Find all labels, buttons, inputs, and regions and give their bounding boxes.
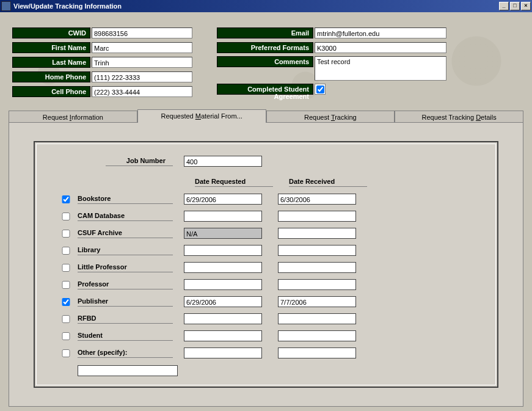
tab-requested-material-from[interactable]: Requested Material From...	[137, 109, 266, 123]
source-row: Bookstore	[59, 191, 473, 208]
source-label: RFBD	[78, 315, 173, 324]
date-requested-field[interactable]	[184, 330, 262, 341]
maximize-button[interactable]: □	[510, 2, 520, 10]
date-requested-field[interactable]	[184, 262, 262, 273]
source-checkbox[interactable]	[62, 332, 70, 340]
date-received-field[interactable]	[278, 245, 356, 256]
last-name-field[interactable]	[92, 57, 192, 68]
source-row: CSUF Archive	[59, 225, 473, 242]
source-label: Publisher	[78, 297, 173, 307]
source-checkbox[interactable]	[62, 230, 70, 238]
email-field[interactable]	[315, 27, 446, 38]
date-received-field[interactable]	[278, 262, 356, 273]
source-checkbox[interactable]	[62, 281, 70, 289]
source-checkbox[interactable]	[62, 264, 70, 272]
source-checkbox[interactable]	[62, 349, 70, 357]
source-row: Publisher	[59, 293, 473, 310]
tab-panel: Job Number Date Requested Date Received …	[9, 122, 523, 407]
tab-request-tracking-details[interactable]: Request Tracking Details	[395, 111, 523, 123]
date-requested-header: Date Requested	[195, 178, 273, 187]
date-requested-field[interactable]	[184, 296, 262, 307]
source-label: Professor	[78, 280, 173, 289]
source-checkbox[interactable]	[62, 195, 70, 203]
first-name-label: First Name	[12, 42, 90, 53]
cell-phone-label: Cell Phone	[12, 86, 90, 97]
date-received-header: Date Received	[289, 178, 367, 187]
app-icon	[1, 1, 11, 11]
home-phone-label: Home Phone	[12, 71, 90, 82]
panel-inner: Job Number Date Requested Date Received …	[34, 141, 498, 388]
source-row: Library	[59, 242, 473, 259]
date-received-field[interactable]	[278, 194, 356, 205]
date-requested-field[interactable]	[184, 194, 262, 205]
completed-agreement-label: Completed Student Agreement	[217, 84, 313, 95]
cwid-label: CWID	[12, 27, 90, 38]
source-row: Professor	[59, 276, 473, 293]
minimize-button[interactable]: _	[499, 2, 509, 10]
job-number-label: Job Number	[106, 157, 173, 166]
home-phone-field[interactable]	[92, 71, 192, 82]
window-title: View/Update Tracking Information	[13, 2, 498, 10]
client-area: CWID First Name Last Name Home Phone Cel…	[0, 12, 532, 411]
preferred-formats-label: Preferred Formats	[217, 42, 313, 53]
last-name-label: Last Name	[12, 57, 90, 68]
date-received-field[interactable]	[278, 347, 356, 358]
source-row: Student	[59, 327, 473, 344]
other-specify-field[interactable]	[78, 365, 178, 376]
date-requested-field[interactable]	[184, 211, 262, 222]
job-number-field[interactable]	[184, 156, 262, 167]
source-label: CSUF Archive	[78, 229, 173, 238]
source-label: Little Professor	[78, 263, 173, 272]
source-label: Other (specify):	[78, 349, 173, 358]
date-requested-field	[184, 228, 262, 239]
preferred-formats-field[interactable]	[315, 42, 446, 53]
close-button[interactable]: ×	[521, 2, 531, 10]
source-label: Bookstore	[78, 195, 173, 204]
source-checkbox[interactable]	[62, 298, 70, 306]
first-name-field[interactable]	[92, 42, 192, 53]
email-label: Email	[217, 27, 313, 38]
date-received-field[interactable]	[278, 313, 356, 324]
source-row: CAM Database	[59, 208, 473, 225]
date-requested-field[interactable]	[184, 313, 262, 324]
source-checkbox[interactable]	[62, 247, 70, 255]
source-label: Library	[78, 246, 173, 255]
source-row: Little Professor	[59, 259, 473, 276]
titlebar: View/Update Tracking Information _ □ ×	[0, 0, 532, 12]
date-received-field[interactable]	[278, 211, 356, 222]
date-received-field[interactable]	[278, 296, 356, 307]
date-requested-field[interactable]	[184, 245, 262, 256]
source-checkbox[interactable]	[62, 315, 70, 323]
date-requested-field[interactable]	[184, 347, 262, 358]
tabstrip: Request Information Requested Material F…	[9, 109, 523, 122]
comments-label: Comments	[217, 56, 313, 67]
comments-field[interactable]	[315, 56, 446, 81]
date-requested-field[interactable]	[184, 279, 262, 290]
source-row: RFBD	[59, 310, 473, 327]
date-received-field[interactable]	[278, 279, 356, 290]
student-info: CWID First Name Last Name Home Phone Cel…	[0, 12, 532, 105]
tab-request-tracking[interactable]: Request Tracking	[266, 111, 395, 123]
completed-agreement-checkbox[interactable]	[316, 85, 324, 93]
source-label: Student	[78, 332, 173, 341]
cwid-field[interactable]	[92, 27, 192, 38]
source-row: Other (specify):	[59, 344, 473, 362]
date-received-field[interactable]	[278, 330, 356, 341]
source-label: CAM Database	[78, 212, 173, 221]
date-received-field[interactable]	[278, 228, 356, 239]
cell-phone-field[interactable]	[92, 86, 192, 97]
tab-request-information[interactable]: Request Information	[9, 111, 137, 123]
source-checkbox[interactable]	[62, 213, 70, 220]
